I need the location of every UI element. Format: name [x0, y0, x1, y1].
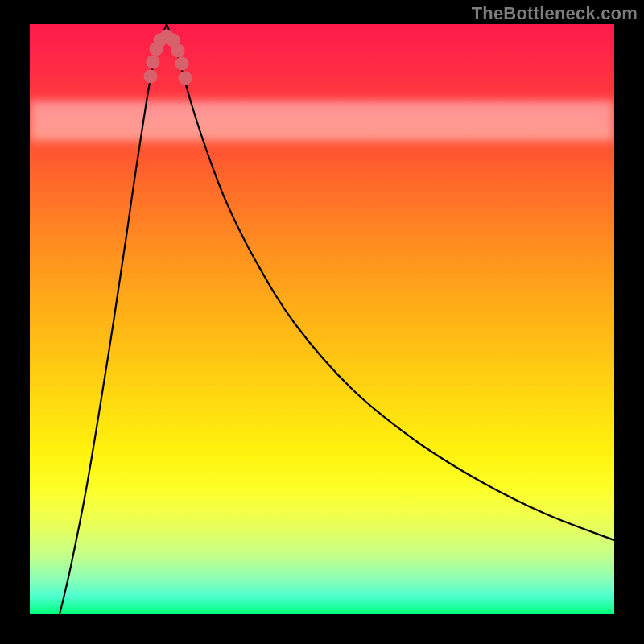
plot-area: [30, 24, 614, 614]
valley-markers: [144, 30, 192, 85]
watermark-text: TheBottleneck.com: [472, 3, 638, 24]
valley-marker: [147, 56, 160, 69]
valley-marker: [175, 57, 189, 71]
curve-left: [60, 24, 167, 614]
valley-marker: [144, 70, 158, 84]
valley-marker: [171, 44, 185, 58]
chart-frame: TheBottleneck.com: [0, 0, 644, 644]
curve-layer: [30, 24, 614, 614]
valley-marker: [179, 72, 192, 85]
curve-right: [167, 24, 614, 540]
